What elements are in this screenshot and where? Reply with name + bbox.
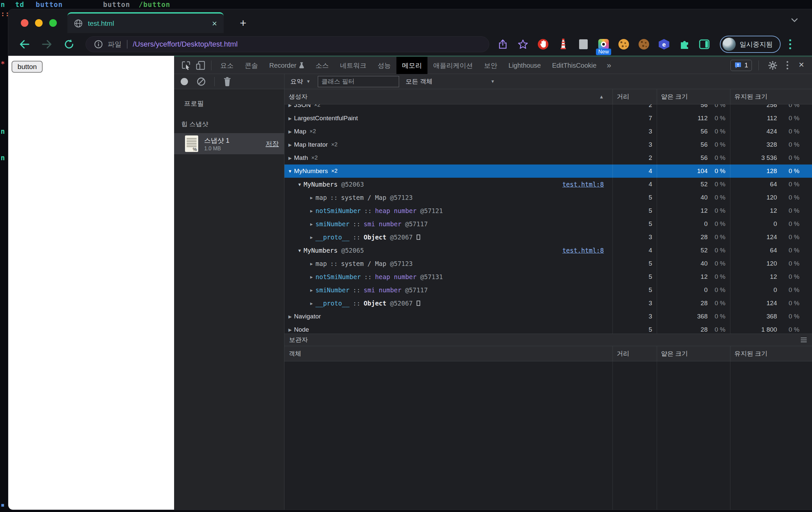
heap-tree-row[interactable]: ▶map::system / Map@571235400 %1200 %: [284, 257, 812, 270]
info-icon[interactable]: [94, 40, 103, 49]
clear-profiles-icon[interactable]: [197, 77, 206, 86]
column-header-constructor[interactable]: 생성자 ▲: [284, 89, 612, 104]
close-window-button[interactable]: [21, 19, 28, 27]
tree-expand-icon[interactable]: ▶: [286, 142, 294, 147]
tree-expand-icon[interactable]: ▶: [286, 104, 294, 108]
heap-tree-row[interactable]: ▼MyNumbers@52065test.html:84520 %640 %: [284, 244, 812, 257]
tree-expand-icon[interactable]: ▶: [286, 129, 294, 134]
ext-gray-square-icon[interactable]: [578, 39, 589, 50]
tree-expand-icon[interactable]: ▶: [308, 195, 316, 200]
tree-collapse-icon[interactable]: ▼: [296, 248, 303, 253]
devtools-tab-sources[interactable]: 소스: [310, 57, 334, 74]
issues-counter[interactable]: 1: [730, 60, 752, 71]
maximize-window-button[interactable]: [49, 19, 57, 27]
heap-tree-row[interactable]: ▶Node5280 %1 8000 %: [284, 323, 812, 334]
devtools-tab-console[interactable]: 콘솔: [239, 57, 264, 74]
tree-expand-icon[interactable]: ▶: [308, 235, 316, 240]
devtools-tab-memory[interactable]: 메모리: [397, 57, 428, 74]
tab-close-icon[interactable]: ×: [212, 19, 217, 28]
tab-search-chevron-icon[interactable]: [790, 17, 799, 23]
devtools-tab-editthiscookie[interactable]: EditThisCookie: [546, 57, 602, 74]
tree-expand-icon[interactable]: ▶: [308, 208, 316, 214]
column-header-shallow-size[interactable]: 얕은 크기: [657, 346, 730, 361]
tree-collapse-icon[interactable]: ▼: [296, 182, 303, 187]
forward-button[interactable]: [41, 39, 53, 49]
minimize-window-button[interactable]: [35, 19, 42, 27]
heap-tree-row[interactable]: ▶notSmiNumber::heap number@571315120 %12…: [284, 270, 812, 283]
devtools-tab-network[interactable]: 네트워크: [334, 57, 372, 74]
browser-menu-icon[interactable]: [789, 39, 791, 49]
column-header-retained-size[interactable]: 유지된 크기: [730, 89, 812, 104]
ext-cookie-dark-icon[interactable]: [638, 39, 649, 50]
heap-tree-row[interactable]: ▶__proto__::Object@520673280 %1240 %: [284, 296, 812, 310]
retainers-menu-icon[interactable]: [801, 338, 807, 344]
heap-tree-row[interactable]: ▶smiNumber::smi number@57117500 %00 %: [284, 217, 812, 231]
source-location-link[interactable]: test.html:8: [562, 247, 604, 254]
column-header-shallow-size[interactable]: 얕은 크기: [657, 89, 730, 104]
devtools-menu-icon[interactable]: [783, 61, 791, 69]
tree-expand-icon[interactable]: ▶: [308, 222, 316, 227]
heap-tree-row[interactable]: ▶Map×23560 %4240 %: [284, 125, 812, 138]
heap-tree-row[interactable]: ▼MyNumbers×241040 %1280 %: [284, 165, 812, 178]
profile-chip[interactable]: 일시중지됨: [720, 36, 781, 53]
heap-tree-row[interactable]: ▼MyNumbers@52063test.html:84520 %640 %: [284, 178, 812, 191]
tree-expand-icon[interactable]: ▶: [308, 275, 316, 280]
devtools-settings-gear-icon[interactable]: [765, 59, 780, 72]
reload-button[interactable]: [64, 39, 74, 50]
heap-tree-row[interactable]: ▶notSmiNumber::heap number@571215120 %12…: [284, 204, 812, 217]
device-toolbar-icon[interactable]: [193, 59, 208, 72]
tree-expand-icon[interactable]: ▶: [286, 155, 294, 161]
delete-snapshot-trash-icon[interactable]: [223, 77, 231, 86]
inspect-element-icon[interactable]: [179, 59, 193, 72]
tree-expand-icon[interactable]: ▶: [286, 328, 294, 332]
tree-expand-icon[interactable]: ▶: [308, 301, 316, 306]
browser-tab[interactable]: test.html ×: [67, 12, 224, 33]
heap-tree-row[interactable]: ▶__proto__::Object@520673280 %1240 %: [284, 231, 812, 244]
ext-adblock-hand-icon[interactable]: [538, 39, 549, 50]
address-bar[interactable]: 파일 /Users/yceffort/Desktop/test.html: [86, 36, 489, 52]
side-panel-icon[interactable]: [699, 39, 710, 50]
ext-rainbow-icon[interactable]: New: [598, 39, 609, 50]
heap-tree-row[interactable]: ▶LargestContentfulPaint71120 %1120 %: [284, 112, 812, 125]
tree-expand-icon[interactable]: ▶: [308, 261, 316, 266]
more-tabs-button[interactable]: »: [602, 61, 616, 70]
heap-tree-row[interactable]: ▶smiNumber::smi number@57117500 %00 %: [284, 283, 812, 296]
back-button[interactable]: [19, 39, 30, 49]
take-snapshot-icon[interactable]: [181, 78, 188, 85]
snapshot-save-link[interactable]: 저장: [266, 139, 279, 148]
class-filter-input[interactable]: [318, 76, 399, 87]
devtools-tab-security[interactable]: 보안: [478, 57, 503, 74]
ext-cookie-light-icon[interactable]: [618, 39, 629, 50]
heap-tree-row[interactable]: ▶JSON×22560 %2560 %: [284, 104, 812, 112]
page-button[interactable]: button: [11, 61, 42, 73]
tree-expand-icon[interactable]: ▶: [308, 288, 316, 293]
devtools-tab-application[interactable]: 애플리케이션: [428, 57, 478, 74]
tree-expand-icon[interactable]: ▶: [286, 314, 294, 319]
column-header-distance[interactable]: 거리: [612, 346, 657, 361]
heap-tree-row[interactable]: ▶Navigator33680 %3680 %: [284, 310, 812, 323]
ext-hexagon-icon[interactable]: e: [658, 39, 670, 50]
devtools-tab-recorder[interactable]: Recorder: [264, 57, 310, 74]
source-location-link[interactable]: test.html:8: [562, 181, 604, 188]
devtools-tab-lighthouse[interactable]: Lighthouse: [503, 57, 546, 74]
tree-expand-icon[interactable]: ▶: [286, 116, 294, 121]
extensions-puzzle-icon[interactable]: [678, 39, 690, 50]
devtools-tab-elements[interactable]: 요소: [215, 57, 239, 74]
tree-collapse-icon[interactable]: ▼: [286, 169, 294, 174]
bookmark-star-icon[interactable]: [517, 39, 528, 50]
snapshot-item[interactable]: 스냅샷 1 1.0 MB 저장: [174, 133, 284, 154]
objects-filter-select[interactable]: 모든 객체 ▼: [406, 77, 497, 86]
devtools-tab-performance[interactable]: 성능: [372, 57, 397, 74]
share-icon[interactable]: [497, 39, 509, 50]
heap-tree-row[interactable]: ▶map::system / Map@571235400 %1200 %: [284, 191, 812, 204]
devtools-close-icon[interactable]: ×: [795, 59, 808, 72]
column-header-distance[interactable]: 거리: [612, 89, 657, 104]
column-header-retained-size[interactable]: 유지된 크기: [730, 346, 812, 361]
profile-view-select[interactable]: 요약 ▼: [290, 77, 311, 86]
address-url[interactable]: /Users/yceffort/Desktop/test.html: [133, 40, 237, 49]
ext-lighthouse-icon[interactable]: [558, 39, 569, 50]
column-header-object[interactable]: 객체: [284, 346, 612, 361]
heap-tree-row[interactable]: ▶Map Iterator×23560 %3280 %: [284, 138, 812, 151]
new-tab-button[interactable]: +: [235, 15, 251, 30]
heap-tree-row[interactable]: ▶Math×22560 %3 5360 %: [284, 151, 812, 165]
